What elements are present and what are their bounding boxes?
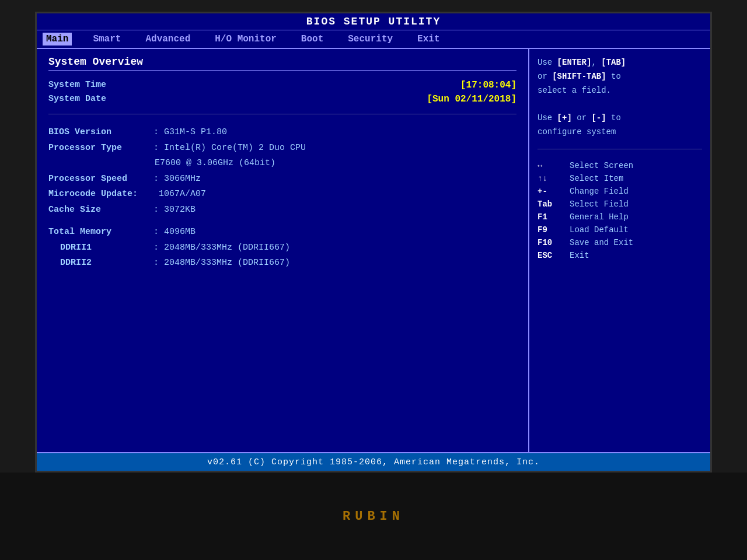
microcode-label: Microcode Update: [48, 188, 153, 201]
cache-size-label: Cache Size [48, 204, 153, 217]
keybind-row-select-field: Tab Select Field [537, 200, 702, 209]
keybind-row-f1: F1 General Help [537, 212, 702, 222]
nav-item-boot[interactable]: Boot [298, 33, 327, 46]
processor-type-label: Processor Type [48, 142, 153, 155]
system-time-row: System Time [17:08:04] [48, 80, 516, 90]
ddrii2-row: DDRII2 : 2048MB/333MHz (DDRII667) [48, 257, 516, 270]
bios-version-colon: : [153, 126, 164, 139]
microcode-val: 1067A/A07 [159, 188, 206, 201]
bios-title: BIOS SETUP UTILITY [306, 16, 441, 27]
cache-size-colon: : [153, 204, 164, 217]
title-bar: BIOS SETUP UTILITY [37, 13, 710, 30]
bios-info-group: BIOS Version : G31M-S P1.80 Processor Ty… [48, 126, 516, 216]
ddrii1-row: DDRII1 : 2048MB/333MHz (DDRII667) [48, 242, 516, 255]
processor-type-extra: E7600 @ 3.06GHz (64bit) [155, 157, 275, 170]
ddrii1-label: DDRII1 [48, 242, 153, 255]
total-memory-colon: : [153, 226, 164, 239]
processor-type-value: Intel(R) Core(TM) 2 Duo CPU [164, 142, 306, 155]
left-panel: System Overview System Time [17:08:04] S… [37, 49, 529, 452]
system-time-label: System Time [48, 80, 106, 90]
key-desc-f9: Load Default [570, 225, 629, 235]
key-arrows-ud: ↑↓ [537, 174, 570, 183]
keybind-section: ↔ Select Screen ↑↓ Select Item +- Change… [537, 161, 702, 260]
ddrii1-value: 2048MB/333MHz (DDRII667) [164, 242, 290, 255]
key-desc-esc: Exit [570, 251, 589, 260]
time-date-group: System Time [17:08:04] System Date [Sun … [48, 80, 516, 114]
help-line3: select a field. [537, 86, 611, 95]
processor-speed-value: 3066MHz [164, 173, 201, 186]
help-line5: Use [+] or [-] to [537, 113, 621, 123]
bios-version-row: BIOS Version : G31M-S P1.80 [48, 126, 516, 139]
cache-size-row: Cache Size : 3072KB [48, 204, 516, 217]
bios-version-label: BIOS Version [48, 126, 153, 139]
nav-item-exit[interactable]: Exit [414, 33, 443, 46]
bottom-area: RUBIN [0, 473, 747, 560]
keybind-row-change-field: +- Change Field [537, 187, 702, 196]
help-line1: Use [ENTER], [TAB] [537, 58, 626, 67]
keybind-row-select-screen: ↔ Select Screen [537, 161, 702, 170]
ddrii2-colon: : [153, 257, 164, 270]
key-arrows-lr: ↔ [537, 161, 570, 170]
key-desc-f10: Save and Exit [570, 238, 633, 247]
cache-size-value: 3072KB [164, 204, 196, 217]
keybind-row-f9: F9 Load Default [537, 225, 702, 235]
ddrii1-colon: : [153, 242, 164, 255]
nav-item-hw-monitor[interactable]: H/O Monitor [211, 33, 280, 46]
processor-type-extra-row: E7600 @ 3.06GHz (64bit) [155, 157, 516, 170]
keybind-row-f10: F10 Save and Exit [537, 238, 702, 247]
key-f10: F10 [537, 238, 570, 247]
total-memory-row: Total Memory : 4096MB [48, 226, 516, 239]
section-title: System Overview [48, 56, 516, 71]
key-desc-f1: General Help [570, 212, 629, 222]
system-time-value[interactable]: [17:08:04] [460, 80, 516, 90]
monitor-area: BIOS SETUP UTILITY Main Smart Advanced H… [0, 0, 747, 560]
system-date-value[interactable]: [Sun 02/11/2018] [427, 94, 516, 104]
help-text: Use [ENTER], [TAB] or [SHIFT-TAB] to sel… [537, 56, 702, 149]
microcode-value [153, 188, 159, 201]
system-date-row: System Date [Sun 02/11/2018] [48, 94, 516, 104]
key-f9: F9 [537, 225, 570, 235]
key-tab: Tab [537, 200, 570, 209]
processor-type-row: Processor Type : Intel(R) Core(TM) 2 Duo… [48, 142, 516, 155]
processor-speed-row: Processor Speed : 3066MHz [48, 173, 516, 186]
content-area: System Overview System Time [17:08:04] S… [37, 49, 710, 452]
memory-info-group: Total Memory : 4096MB DDRII1 : 2048MB/33… [48, 226, 516, 270]
processor-speed-label: Processor Speed [48, 173, 153, 186]
right-panel: Use [ENTER], [TAB] or [SHIFT-TAB] to sel… [529, 49, 710, 452]
status-text: v02.61 (C) Copyright 1985-2006, American… [207, 457, 540, 467]
nav-item-security[interactable]: Security [344, 33, 396, 46]
keybind-row-select-item: ↑↓ Select Item [537, 174, 702, 183]
key-esc: ESC [537, 251, 570, 260]
key-desc-change-field: Change Field [570, 187, 629, 196]
processor-speed-colon: : [153, 173, 164, 186]
bios-screen: BIOS SETUP UTILITY Main Smart Advanced H… [35, 12, 712, 473]
help-line2: or [SHIFT-TAB] to [537, 72, 621, 81]
brand-label: RUBIN [343, 509, 404, 524]
key-desc-select-item: Select Item [570, 174, 623, 183]
key-f1: F1 [537, 212, 570, 222]
key-desc-select-field: Select Field [570, 200, 629, 209]
total-memory-label: Total Memory [48, 226, 153, 239]
ddrii2-label: DDRII2 [48, 257, 153, 270]
nav-item-smart[interactable]: Smart [89, 33, 124, 46]
key-desc-select-screen: Select Screen [570, 161, 633, 170]
system-date-label: System Date [48, 94, 106, 104]
nav-bar: Main Smart Advanced H/O Monitor Boot Sec… [37, 30, 710, 49]
key-plus-minus: +- [537, 187, 570, 196]
processor-type-colon: : [153, 142, 164, 155]
status-bar: v02.61 (C) Copyright 1985-2006, American… [37, 452, 710, 471]
microcode-row: Microcode Update: 1067A/A07 [48, 188, 516, 201]
help-line6: configure system [537, 127, 616, 136]
nav-item-main[interactable]: Main [43, 33, 72, 46]
ddrii2-value: 2048MB/333MHz (DDRII667) [164, 257, 290, 270]
total-memory-value: 4096MB [164, 226, 196, 239]
nav-item-advanced[interactable]: Advanced [142, 33, 194, 46]
keybind-row-esc: ESC Exit [537, 251, 702, 260]
bios-version-value: G31M-S P1.80 [164, 126, 227, 139]
